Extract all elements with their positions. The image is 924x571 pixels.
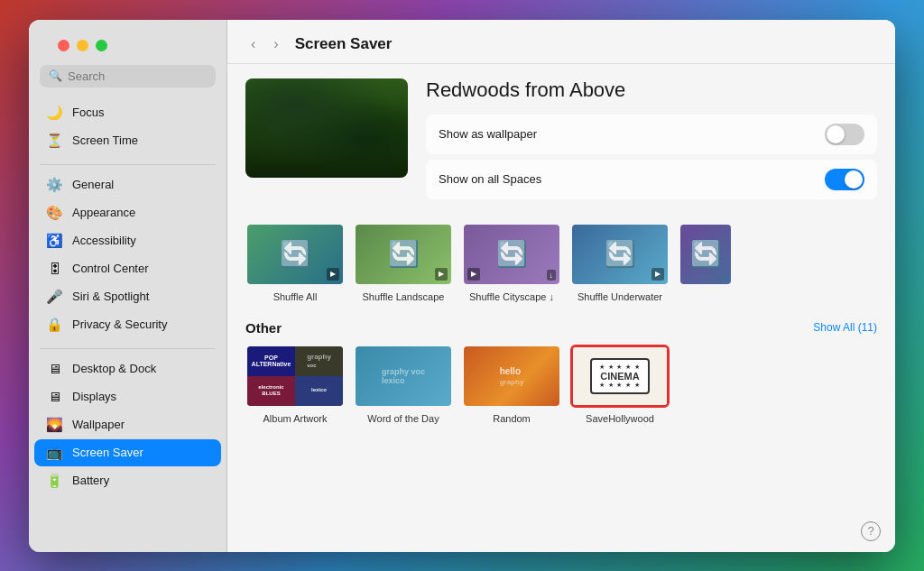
- shuffle-cityscape-icon: 🔄: [496, 239, 528, 269]
- sidebar-item-general[interactable]: ⚙️ General: [34, 171, 221, 198]
- minimize-button[interactable]: [77, 40, 88, 51]
- sidebar-section-top: 🌙 Focus ⏳ Screen Time: [29, 98, 226, 155]
- forward-button[interactable]: ›: [268, 34, 283, 54]
- word-bg: graphy voclexico: [356, 346, 451, 406]
- video-badge-cityscape: ▶: [467, 268, 480, 281]
- show-as-wallpaper-row: Show as wallpaper: [426, 115, 877, 154]
- cinema-ticket: ★ ★ ★ ★ ★ CINEMA ★ ★ ★ ★ ★: [590, 358, 651, 394]
- sidebar-item-label: Siri & Spotlight: [72, 290, 149, 303]
- sidebar-item-screen-time[interactable]: ⏳ Screen Time: [34, 127, 221, 154]
- random-text: hello graphy: [500, 366, 524, 386]
- search-box[interactable]: 🔍: [40, 65, 216, 87]
- sidebar-item-desktop-dock[interactable]: 🖥 Desktop & Dock: [34, 355, 221, 382]
- sidebar-item-label: Privacy & Security: [72, 318, 167, 331]
- toggle-knob: [827, 125, 845, 143]
- cinema-stars-top: ★ ★ ★ ★ ★: [599, 364, 642, 371]
- sidebar-item-label: Appearance: [72, 206, 135, 219]
- cinema-stars-bottom: ★ ★ ★ ★ ★: [599, 382, 642, 389]
- word-text: graphy voclexico: [382, 367, 425, 385]
- saver-item-partial[interactable]: 🔄: [679, 223, 733, 302]
- main-header: ‹ › Screen Saver: [227, 20, 895, 64]
- video-badge-landscape: ▶: [435, 268, 448, 281]
- shuffle-underwater-icon: 🔄: [605, 239, 636, 269]
- control-center-icon: 🎛: [45, 260, 63, 278]
- sidebar-item-label: General: [72, 178, 114, 191]
- sidebar-item-wallpaper[interactable]: 🌄 Wallpaper: [34, 411, 221, 438]
- show-as-wallpaper-label: Show as wallpaper: [439, 127, 537, 141]
- other-thumb-savehollywood: ★ ★ ★ ★ ★ CINEMA ★ ★ ★ ★ ★: [570, 345, 670, 408]
- other-thumb-random: hello graphy: [462, 345, 561, 408]
- saver-item-shuffle-underwater[interactable]: 🔄 ▶ Shuffle Underwater: [570, 223, 670, 302]
- other-item-word-of-day[interactable]: graphy voclexico Word of the Day: [354, 345, 453, 424]
- preview-row: Redwoods from Above Show as wallpaper Sh…: [245, 78, 877, 205]
- other-thumb-album-artwork: POPALTERNative graphyvoc electronicBLUES…: [245, 345, 345, 408]
- sidebar-item-label: Accessibility: [72, 234, 136, 247]
- other-name-random: Random: [493, 413, 531, 424]
- search-input[interactable]: [68, 69, 207, 83]
- sidebar-item-label: Focus: [72, 106, 104, 119]
- saver-item-shuffle-cityscape[interactable]: 🔄 ↓ ▶ Shuffle Cityscape ↓: [462, 223, 561, 302]
- sidebar-item-label: Wallpaper: [72, 418, 125, 431]
- video-badge-underwater: ▶: [651, 268, 664, 281]
- other-item-random[interactable]: hello graphy Random: [462, 345, 561, 424]
- cinema-bg: ★ ★ ★ ★ ★ CINEMA ★ ★ ★ ★ ★: [573, 347, 667, 405]
- shuffle-landscape-icon: 🔄: [388, 239, 420, 269]
- album-cell-2: graphyvoc: [295, 346, 343, 376]
- shuffle-savers-grid: 🔄 ▶ Shuffle All 🔄: [245, 223, 877, 302]
- close-button[interactable]: [58, 40, 69, 51]
- help-area: ?: [227, 514, 895, 552]
- show-all-link[interactable]: Show All (11): [813, 321, 877, 334]
- show-as-wallpaper-toggle[interactable]: [825, 124, 864, 145]
- other-thumb-word-of-day: graphy voclexico: [354, 345, 453, 408]
- partial-bg: 🔄: [680, 225, 731, 284]
- saver-thumb-shuffle-cityscape: 🔄 ↓ ▶: [462, 223, 561, 286]
- saver-item-shuffle-landscape[interactable]: 🔄 ▶ Shuffle Landscape: [354, 223, 453, 302]
- sidebar-item-displays[interactable]: 🖥 Displays: [34, 383, 221, 410]
- video-badge: ▶: [327, 268, 339, 281]
- sidebar-item-label: Screen Saver: [72, 446, 143, 459]
- sidebar-item-label: Displays: [72, 390, 116, 403]
- sidebar-item-battery[interactable]: 🔋 Battery: [34, 467, 221, 494]
- maximize-button[interactable]: [96, 40, 107, 51]
- sidebar-divider-1: [40, 164, 216, 165]
- wallpaper-icon: 🌄: [45, 416, 63, 434]
- sidebar-divider-2: [40, 348, 216, 349]
- other-item-savehollywood[interactable]: ★ ★ ★ ★ ★ CINEMA ★ ★ ★ ★ ★ SaveHollywood: [570, 345, 670, 424]
- show-on-all-spaces-row: Show on all Spaces: [426, 160, 877, 199]
- sidebar-item-accessibility[interactable]: ♿ Accessibility: [34, 227, 221, 254]
- back-button[interactable]: ‹: [245, 34, 261, 54]
- show-on-all-spaces-toggle[interactable]: [825, 169, 864, 190]
- appearance-icon: 🎨: [45, 204, 63, 222]
- sidebar-item-privacy-security[interactable]: 🔒 Privacy & Security: [34, 311, 221, 338]
- displays-icon: 🖥: [45, 388, 63, 406]
- sidebar-item-focus[interactable]: 🌙 Focus: [34, 99, 221, 126]
- sidebar-item-siri-spotlight[interactable]: 🎤 Siri & Spotlight: [34, 283, 221, 310]
- main-body: Redwoods from Above Show as wallpaper Sh…: [227, 64, 895, 514]
- other-name-savehollywood: SaveHollywood: [586, 413, 654, 424]
- preview-image: [245, 78, 408, 178]
- album-bg: POPALTERNative graphyvoc electronicBLUES…: [247, 346, 343, 406]
- help-button[interactable]: ?: [861, 521, 881, 541]
- sidebar-section-bottom: 🖥 Desktop & Dock 🖥 Displays 🌄 Wallpaper …: [29, 355, 226, 495]
- saver-name-shuffle-landscape: Shuffle Landscape: [363, 291, 445, 302]
- other-savers-grid: POPALTERNative graphyvoc electronicBLUES…: [245, 345, 877, 424]
- main-content: ‹ › Screen Saver Redwoods from Above Sho…: [227, 20, 895, 552]
- saver-thumb-shuffle-all: 🔄 ▶: [245, 223, 345, 286]
- saver-name-shuffle-all: Shuffle All: [273, 291, 318, 302]
- sidebar-item-screen-saver[interactable]: 📺 Screen Saver: [34, 439, 221, 466]
- siri-icon: 🎤: [45, 288, 63, 306]
- preview-thumbnail: [245, 78, 408, 178]
- page-title: Screen Saver: [295, 35, 393, 53]
- partial-icon: 🔄: [690, 239, 722, 269]
- sidebar-item-control-center[interactable]: 🎛 Control Center: [34, 255, 221, 282]
- saver-item-shuffle-all[interactable]: 🔄 ▶ Shuffle All: [245, 223, 345, 302]
- search-icon: 🔍: [49, 69, 62, 82]
- sidebar-item-label: Desktop & Dock: [72, 362, 156, 375]
- sidebar-section-mid: ⚙️ General 🎨 Appearance ♿ Accessibility …: [29, 170, 226, 339]
- other-item-album-artwork[interactable]: POPALTERNative graphyvoc electronicBLUES…: [245, 345, 345, 424]
- download-badge-cityscape: ↓: [547, 270, 557, 281]
- album-cell-1: POPALTERNative: [247, 346, 295, 376]
- battery-icon: 🔋: [45, 472, 63, 490]
- shuffle-all-icon: 🔄: [280, 239, 311, 269]
- sidebar-item-appearance[interactable]: 🎨 Appearance: [34, 199, 221, 226]
